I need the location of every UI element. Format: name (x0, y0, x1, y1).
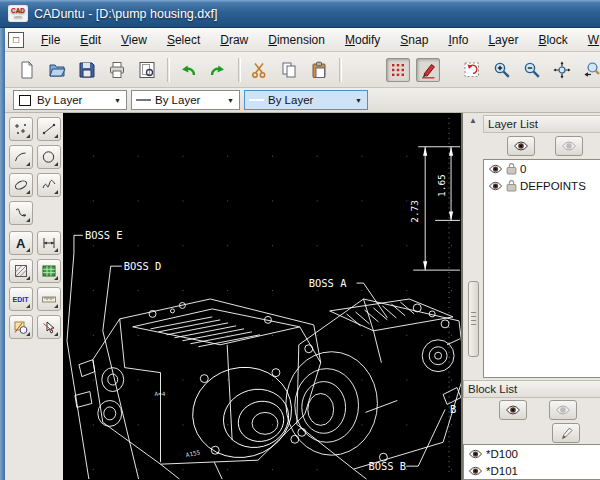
dimension-tool-button[interactable] (37, 231, 61, 255)
zoom-out-icon (523, 61, 541, 79)
point-tool-button[interactable] (9, 117, 33, 141)
block-row-d101[interactable]: *D101 (464, 462, 600, 479)
save-button[interactable] (75, 58, 99, 82)
line-type-combo[interactable]: By Layer ▼ (244, 90, 368, 110)
spline-tool-button[interactable] (37, 173, 61, 197)
printer-icon (108, 61, 126, 79)
select-cursor-icon (41, 319, 57, 335)
drawing-canvas[interactable]: 2.73 1.65 BOSS E BOSS D BOSS A BOSS B B … (63, 113, 463, 480)
print-button[interactable] (105, 58, 129, 82)
print-preview-button[interactable] (135, 58, 159, 82)
cut-scissors-icon (250, 61, 268, 79)
lock-icon[interactable] (506, 179, 517, 192)
auto-zoom-button[interactable] (550, 58, 574, 82)
layer-list-toolbar (483, 133, 600, 159)
layer-row-0[interactable]: 0 (484, 160, 600, 177)
edit-block-button[interactable] (552, 423, 580, 443)
edit-label: EDIT (13, 296, 30, 303)
menu-draw[interactable]: Draw (211, 30, 257, 50)
new-document-icon (18, 61, 36, 79)
block-row-d100[interactable]: *D100 (464, 445, 600, 462)
menu-select[interactable]: Select (158, 30, 209, 50)
menu-modify[interactable]: Modify (336, 30, 389, 50)
edit-icon: EDIT (12, 291, 30, 307)
toolbar-separator (167, 58, 170, 82)
draft-pencil-icon (419, 61, 437, 79)
lock-icon[interactable] (506, 162, 517, 175)
line-width-icon (132, 99, 154, 101)
block-visible-icon[interactable] (468, 448, 483, 460)
ruler-icon (41, 291, 57, 307)
label-boss-e: BOSS E (85, 229, 123, 241)
collapse-arrow-icon[interactable]: ▲ (469, 117, 477, 125)
block-tool-button[interactable] (9, 315, 33, 339)
zoom-previous-button[interactable] (580, 58, 600, 82)
image-tool-button[interactable] (37, 259, 61, 283)
open-file-button[interactable] (45, 58, 69, 82)
redo-button[interactable] (206, 58, 230, 82)
menu-dimension[interactable]: Dimension (259, 30, 334, 50)
layer-name: DEFPOINTS (520, 180, 586, 192)
polyline-tool-button[interactable] (9, 201, 33, 225)
splitter-handle[interactable] (468, 281, 479, 357)
layer-visible-icon[interactable] (488, 180, 503, 192)
block-list-section: Block List *D1 (463, 378, 600, 480)
undo-button[interactable] (176, 58, 200, 82)
menu-block[interactable]: Block (529, 30, 576, 50)
cut-button[interactable] (247, 58, 271, 82)
menu-info[interactable]: Info (439, 30, 477, 50)
line-width-combo-value: By Layer (154, 94, 222, 106)
select-tool-button[interactable] (37, 315, 61, 339)
draft-mode-button[interactable] (416, 58, 440, 82)
document-icon[interactable]: □ (8, 32, 24, 48)
menu-snap[interactable]: Snap (391, 30, 437, 50)
zoom-out-button[interactable] (520, 58, 544, 82)
menu-file[interactable]: File (32, 30, 69, 50)
block-name: *D100 (486, 448, 518, 460)
color-combo[interactable]: By Layer ▼ (13, 90, 127, 110)
new-document-button[interactable] (15, 58, 39, 82)
circle-tool-button[interactable] (37, 145, 61, 169)
show-all-blocks-button[interactable] (499, 400, 527, 420)
menu-edit[interactable]: Edit (71, 30, 110, 50)
point-icon (13, 121, 29, 137)
grip-icon (471, 312, 476, 326)
show-all-layers-button[interactable] (507, 136, 535, 156)
block-library-icon (13, 319, 29, 335)
grid-icon (389, 61, 407, 79)
hatch-tool-button[interactable] (9, 259, 33, 283)
line-icon (41, 121, 57, 137)
chevron-down-icon: ▼ (350, 97, 367, 104)
layer-row-defpoints[interactable]: DEFPOINTS (484, 177, 600, 194)
ellipse-tool-button[interactable] (9, 173, 33, 197)
block-visible-icon[interactable] (468, 465, 483, 477)
paste-clipboard-icon (310, 61, 328, 79)
arc-tool-button[interactable] (9, 145, 33, 169)
menu-layer[interactable]: Layer (479, 30, 527, 50)
tool-palette: A EDIT (5, 113, 63, 480)
zoom-in-button[interactable] (490, 58, 514, 82)
draft-preview-button[interactable] (460, 58, 484, 82)
paste-button[interactable] (307, 58, 331, 82)
dock-splitter: ▲ (463, 113, 483, 378)
edit-tool-button[interactable]: EDIT (9, 287, 33, 311)
main-area: A EDIT (5, 113, 600, 480)
measure-tool-button[interactable] (37, 287, 61, 311)
title-bar[interactable]: CAD untu CADuntu - [D:\pump housing.dxf] (0, 0, 600, 28)
text-tool-button[interactable]: A (9, 231, 33, 255)
hide-all-layers-button[interactable] (555, 136, 583, 156)
open-folder-icon (48, 61, 66, 79)
dimension-value-273: 2.73 (409, 200, 420, 223)
color-swatch-icon (14, 95, 36, 106)
line-tool-button[interactable] (37, 117, 61, 141)
text-icon: A (13, 235, 29, 251)
copy-button[interactable] (277, 58, 301, 82)
menu-view[interactable]: View (112, 30, 156, 50)
undo-icon (179, 61, 197, 79)
line-width-combo[interactable]: By Layer ▼ (131, 90, 240, 110)
menu-window[interactable]: Window (579, 30, 600, 50)
grid-toggle-button[interactable] (386, 58, 410, 82)
hide-all-blocks-button[interactable] (549, 400, 577, 420)
pencil-icon (559, 426, 573, 440)
layer-visible-icon[interactable] (488, 163, 503, 175)
